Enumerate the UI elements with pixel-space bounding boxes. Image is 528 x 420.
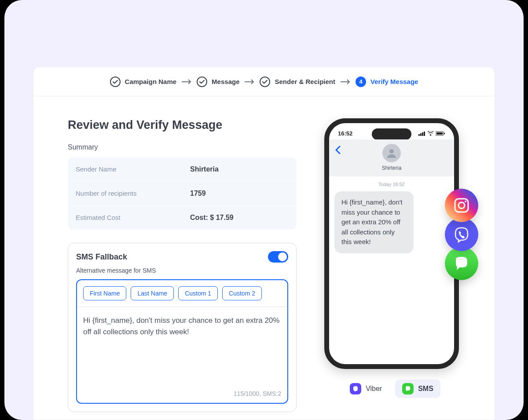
stepper: Campaign Name Message Sender & Recipient… xyxy=(33,67,495,96)
fallback-message-text: Hi {first_name}, don't miss your chance … xyxy=(83,316,279,336)
instagram-icon[interactable] xyxy=(445,189,478,222)
svg-point-10 xyxy=(465,201,466,202)
chip-last-name[interactable]: Last Name xyxy=(131,286,174,300)
window-frame-inner: Campaign Name Message Sender & Recipient… xyxy=(4,0,524,420)
arrow-icon xyxy=(244,79,255,85)
summary-value: Shirteria xyxy=(182,157,297,181)
arrow-icon xyxy=(181,79,192,85)
chip-first-name[interactable]: First Name xyxy=(83,286,126,300)
step-campaign-name[interactable]: Campaign Name xyxy=(110,77,177,87)
viber-icon[interactable] xyxy=(445,218,478,251)
fallback-title: SMS Fallback xyxy=(76,252,127,262)
preview-column: 16:52 xyxy=(323,118,460,412)
sms-mini-icon xyxy=(402,383,414,394)
fallback-textarea[interactable]: Hi {first_name}, don't miss your chance … xyxy=(77,307,287,403)
main-panel: Campaign Name Message Sender & Recipient… xyxy=(33,67,495,420)
page-title: Review and Verify Message xyxy=(68,118,297,132)
phone-notch xyxy=(372,128,411,140)
step-label: Message xyxy=(212,78,239,85)
check-icon xyxy=(110,77,121,87)
svg-rect-3 xyxy=(424,131,425,136)
summary-label: Sender Name xyxy=(68,157,182,181)
side-channel-stack xyxy=(445,189,478,280)
svg-rect-5 xyxy=(436,132,443,135)
step-label: Sender & Recipient xyxy=(275,78,335,85)
sms-fallback-card: SMS Fallback Alternative message for SMS… xyxy=(68,243,297,412)
channel-option-sms[interactable]: SMS xyxy=(395,380,440,398)
step-label: Campaign Name xyxy=(125,78,177,85)
battery-icon xyxy=(436,131,445,136)
channel-option-label: SMS xyxy=(418,385,433,393)
step-message[interactable]: Message xyxy=(197,77,239,87)
svg-point-9 xyxy=(458,202,465,208)
svg-point-7 xyxy=(389,149,394,153)
svg-rect-1 xyxy=(420,133,422,136)
back-icon[interactable] xyxy=(335,146,341,156)
svg-rect-6 xyxy=(444,133,445,135)
phone-time: 16:52 xyxy=(338,130,352,137)
summary-label: Number of recipients xyxy=(68,182,182,205)
phone-sender-header: Shirteria xyxy=(329,139,454,176)
chip-custom-1[interactable]: Custom 1 xyxy=(178,286,218,300)
wifi-icon xyxy=(427,131,434,136)
arrow-icon xyxy=(340,79,351,85)
step-number-icon: 4 xyxy=(356,77,366,87)
message-timestamp: Today 16:52 xyxy=(334,182,449,187)
svg-rect-0 xyxy=(418,134,420,136)
preview-sender-name: Shirteria xyxy=(329,165,454,171)
channel-selector: Viber SMS xyxy=(343,380,440,398)
fallback-editor: First Name Last Name Custom 1 Custom 2 H… xyxy=(76,279,288,404)
step-sender-recipient[interactable]: Sender & Recipient xyxy=(260,77,335,87)
signal-icon xyxy=(418,131,425,136)
summary-label: Estimated Cost xyxy=(68,206,182,230)
channel-option-viber[interactable]: Viber xyxy=(343,380,389,398)
step-verify-message[interactable]: 4 Verify Message xyxy=(356,77,418,87)
placeholder-chips: First Name Last Name Custom 1 Custom 2 xyxy=(77,280,287,307)
summary-row: Number of recipients 1759 xyxy=(68,182,297,206)
svg-rect-8 xyxy=(455,199,468,212)
char-counter: 115/1000, SMS:2 xyxy=(234,389,281,398)
viber-mini-icon xyxy=(350,383,361,394)
summary-row: Sender Name Shirteria xyxy=(68,157,297,182)
phone-status-icons xyxy=(418,130,445,137)
summary-value: 1759 xyxy=(182,182,297,205)
summary-value: Cost: $ 17.59 xyxy=(182,206,297,230)
fallback-toggle[interactable] xyxy=(268,251,288,263)
fallback-header: SMS Fallback xyxy=(76,251,288,263)
avatar-icon xyxy=(382,144,401,162)
chip-custom-2[interactable]: Custom 2 xyxy=(222,286,262,300)
fallback-subtitle: Alternative message for SMS xyxy=(76,267,288,274)
svg-rect-2 xyxy=(422,132,423,136)
phone-preview: 16:52 xyxy=(324,118,459,369)
phone-body: Today 16:52 Hi {first_name}, don't miss … xyxy=(329,176,454,259)
check-icon xyxy=(260,77,270,87)
channel-option-label: Viber xyxy=(366,385,382,393)
sms-icon[interactable] xyxy=(445,247,478,280)
review-column: Review and Verify Message Summary Sender… xyxy=(68,118,297,412)
summary-table: Sender Name Shirteria Number of recipien… xyxy=(68,157,297,230)
content-area: Review and Verify Message Summary Sender… xyxy=(33,96,495,412)
check-icon xyxy=(197,77,207,87)
step-label: Verify Message xyxy=(370,78,418,85)
summary-heading: Summary xyxy=(68,143,297,151)
summary-row: Estimated Cost Cost: $ 17.59 xyxy=(68,206,297,230)
message-bubble: Hi {first_name}, don't miss your chance … xyxy=(334,191,414,253)
